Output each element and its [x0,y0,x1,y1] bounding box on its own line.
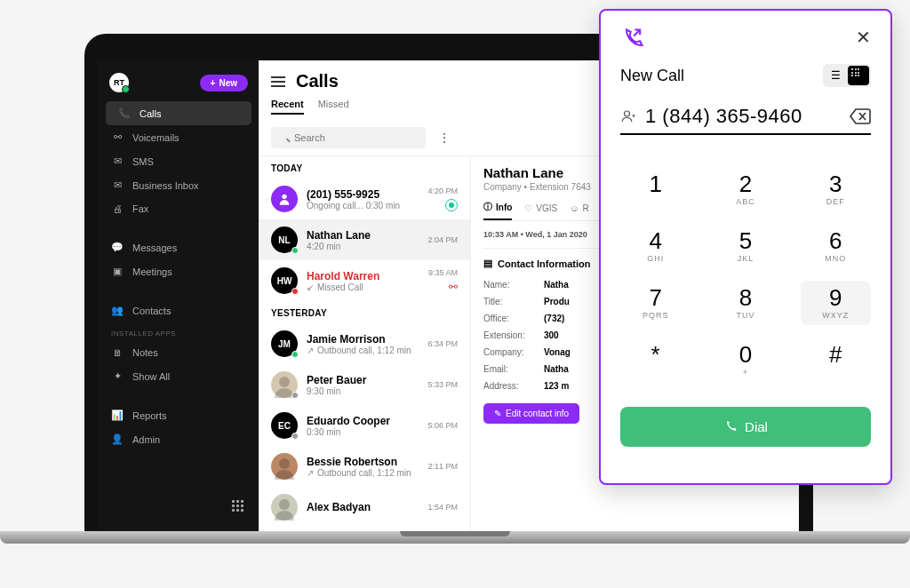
call-item[interactable]: Alex Badyan1:54 PM [259,487,470,528]
call-item[interactable]: Bessie Robertson↗Outbound call, 1:12 min… [259,446,470,487]
tab-missed[interactable]: Missed [318,99,349,115]
tab-icon: ⓘ [483,201,492,213]
sidebar-item-fax[interactable]: 🖨Fax [99,197,259,220]
avatar [271,453,298,480]
plus-icon: + [211,78,216,88]
detail-tab-r[interactable]: ☺R [570,201,588,220]
call-name: Alex Badyan [307,501,419,513]
key-8[interactable]: 8TUV [710,281,780,325]
sidebar-item-contacts[interactable]: 👥Contacts [99,298,259,322]
call-time: 6:34 PM [427,339,458,348]
call-name: Harold Warren [307,270,419,282]
call-list: TODAY(201) 555-9925Ongoing call... 0:30 … [259,156,470,536]
search-input[interactable] [271,127,426,148]
sidebar-item-calls[interactable]: 📞Calls [106,101,251,125]
call-item[interactable]: ECEduardo Cooper0:30 min5:06 PM [259,405,470,446]
sidebar-item-admin[interactable]: 👤Admin [99,427,259,451]
key-3[interactable]: 3DEF [801,167,871,211]
nav-icon: 💬 [111,242,124,253]
key-#[interactable]: # [801,338,871,382]
svg-point-2 [279,458,290,469]
svg-point-3 [279,499,290,510]
contacts-mode-button[interactable]: ☰ [825,66,846,85]
detail-tab-info[interactable]: ⓘInfo [483,201,512,220]
outgoing-call-icon [620,27,645,52]
new-button[interactable]: +New [200,75,248,91]
close-icon[interactable]: ✕ [856,27,871,48]
sidebar-item-business-inbox[interactable]: ✉Business Inbox [99,173,259,197]
sidebar-item-meetings[interactable]: ▣Meetings [99,259,259,283]
call-name: Bessie Robertson [307,456,419,468]
nav-icon: ✉ [111,179,124,191]
dial-button[interactable]: Dial [620,407,871,447]
phone-icon [723,420,738,434]
nav-icon: ✦ [111,370,124,382]
avatar: HW [271,267,298,294]
key-2[interactable]: 2ABC [710,167,780,211]
installed-apps-label: INSTALLED APPS [99,322,259,341]
sidebar-item-sms[interactable]: ✉SMS [99,149,259,173]
nav-icon: 👤 [111,433,124,445]
add-contact-icon[interactable] [620,108,636,124]
detail-tab-vgis[interactable]: ♡VGIS [524,201,557,220]
call-name: Nathan Lane [307,229,419,242]
call-subtitle: ↗Outbound call, 1:12 min [307,346,419,355]
tab-icon: ☺ [570,203,579,213]
call-time: 1:54 PM [427,503,458,512]
call-name: Eduardo Cooper [307,415,419,427]
call-subtitle: 0:30 min [307,427,419,437]
sidebar-item-voicemails[interactable]: ⚯Voicemails [99,125,259,149]
call-time: 4:20 PM [427,187,458,211]
key-4[interactable]: 4GHI [620,224,690,268]
key-9[interactable]: 9WXYZ [801,281,871,325]
key-1[interactable]: 1 [620,167,690,211]
dialpad-icon[interactable] [232,500,246,514]
date-header: YESTERDAY [259,301,470,323]
sidebar-item-messages[interactable]: 💬Messages [99,235,259,259]
key-*[interactable]: * [620,338,690,382]
avatar [271,494,298,520]
key-5[interactable]: 5JKL [710,224,780,268]
call-name: (201) 555-9925 [307,188,419,201]
keypad: 12ABC3DEF4GHI5JKL6MNO7PQRS8TUV9WXYZ*0+# [620,167,871,382]
call-item[interactable]: (201) 555-9925Ongoing call... 0:30 min4:… [259,179,470,219]
nav-icon: 📞 [118,107,131,119]
edit-contact-button[interactable]: ✎Edit contact info [483,403,579,424]
sidebar-item-notes[interactable]: 🗎Notes [99,341,259,364]
backspace-icon[interactable] [850,107,871,125]
key-0[interactable]: 0+ [710,338,780,382]
svg-point-4 [625,111,630,116]
key-7[interactable]: 7PQRS [620,281,690,325]
keypad-mode-button[interactable] [848,66,869,85]
more-icon[interactable]: ⋮ [438,131,451,145]
avatar: JM [271,330,298,357]
call-item[interactable]: Peter Bauer9:30 min5:33 PM [259,364,470,405]
tab-recent[interactable]: Recent [271,99,304,115]
date-header: TODAY [259,156,470,179]
call-time: 5:06 PM [427,421,458,430]
call-item[interactable]: JMJamie Morrison↗Outbound call, 1:12 min… [259,323,470,364]
call-time: 5:33 PM [427,380,458,389]
sidebar-item-reports[interactable]: 📊Reports [99,403,259,427]
call-name: Peter Bauer [307,374,419,386]
call-item[interactable]: NLNathan Lane4:20 min2:04 PM [259,219,470,260]
key-6[interactable]: 6MNO [801,224,871,268]
sidebar-item-show-all[interactable]: ✦Show All [99,364,259,388]
call-time: 9:35 AM⚯ [428,268,458,293]
user-avatar[interactable]: RT [109,73,129,92]
svg-point-0 [282,195,286,199]
call-subtitle: 4:20 min [307,242,419,251]
pencil-icon: ✎ [494,409,501,418]
call-subtitle: ↙Missed Call [307,282,419,292]
sidebar: RT +New 📞Calls⚯Voicemails✉SMS✉Business I… [99,60,259,536]
number-display: 1 (844) 365-9460 [645,105,841,128]
call-item[interactable]: HWHarold Warren↙Missed Call9:35 AM⚯ [259,260,470,301]
nav-icon: 👥 [111,305,124,316]
nav-icon: 🗎 [111,347,124,358]
call-time: 2:04 PM [427,235,458,244]
menu-icon[interactable] [271,76,285,87]
tab-icon: ♡ [524,203,532,213]
call-subtitle: ↗Outbound call, 1:12 min [307,468,419,478]
call-time: 2:11 PM [427,462,458,471]
dialer-title: New Call [620,67,684,85]
